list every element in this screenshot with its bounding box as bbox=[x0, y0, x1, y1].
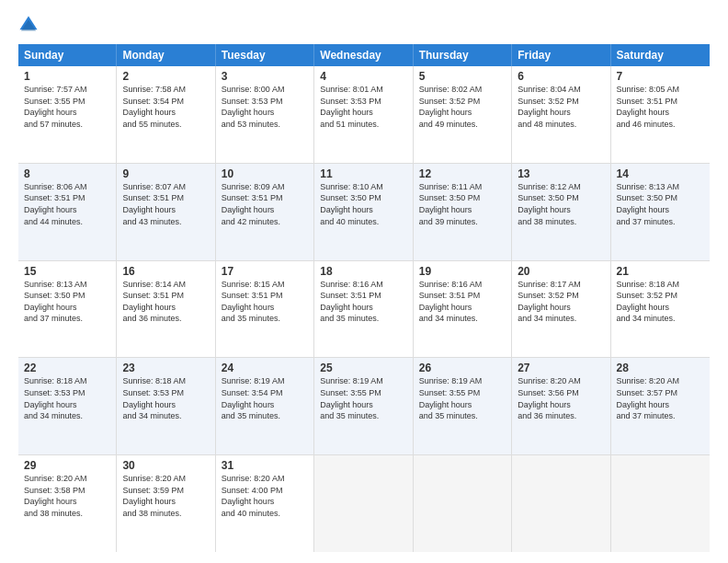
day-number: 28 bbox=[617, 362, 704, 374]
day-number: 13 bbox=[518, 167, 604, 180]
calendar-cell: 29 Sunrise: 8:20 AMSunset: 3:58 PMDaylig… bbox=[18, 455, 117, 552]
calendar-cell: 21 Sunrise: 8:18 AMSunset: 3:52 PMDaylig… bbox=[611, 261, 710, 358]
day-info: Sunrise: 8:14 AMSunset: 3:51 PMDaylight … bbox=[122, 280, 186, 324]
calendar-cell: 20 Sunrise: 8:17 AMSunset: 3:52 PMDaylig… bbox=[512, 261, 610, 358]
day-number: 9 bbox=[122, 167, 209, 180]
day-info: Sunrise: 8:16 AMSunset: 3:51 PMDaylight … bbox=[320, 280, 383, 324]
calendar-row: 15 Sunrise: 8:13 AMSunset: 3:50 PMDaylig… bbox=[18, 261, 710, 359]
calendar-row: 22 Sunrise: 8:18 AMSunset: 3:53 PMDaylig… bbox=[18, 358, 710, 455]
logo-icon bbox=[18, 15, 39, 35]
day-number: 6 bbox=[518, 70, 604, 83]
header-saturday: Saturday bbox=[611, 44, 710, 66]
day-info: Sunrise: 8:19 AMSunset: 3:55 PMDaylight … bbox=[320, 376, 383, 420]
day-info: Sunrise: 8:06 AMSunset: 3:51 PMDaylight … bbox=[24, 182, 87, 226]
calendar-cell bbox=[414, 455, 512, 552]
page: Sunday Monday Tuesday Wednesday Thursday… bbox=[0, 0, 728, 563]
day-number: 11 bbox=[320, 167, 406, 180]
calendar-cell: 19 Sunrise: 8:16 AMSunset: 3:51 PMDaylig… bbox=[414, 261, 512, 358]
day-info: Sunrise: 8:01 AMSunset: 3:53 PMDaylight … bbox=[320, 85, 383, 129]
day-number: 25 bbox=[320, 362, 406, 374]
calendar-cell: 18 Sunrise: 8:16 AMSunset: 3:51 PMDaylig… bbox=[314, 261, 413, 358]
day-info: Sunrise: 8:18 AMSunset: 3:53 PMDaylight … bbox=[122, 376, 186, 420]
day-info: Sunrise: 8:16 AMSunset: 3:51 PMDaylight … bbox=[419, 280, 483, 324]
day-number: 7 bbox=[617, 70, 704, 83]
day-info: Sunrise: 8:20 AMSunset: 3:57 PMDaylight … bbox=[617, 376, 680, 420]
day-info: Sunrise: 8:04 AMSunset: 3:52 PMDaylight … bbox=[518, 85, 581, 129]
calendar-row: 29 Sunrise: 8:20 AMSunset: 3:58 PMDaylig… bbox=[18, 455, 710, 552]
day-info: Sunrise: 8:12 AMSunset: 3:50 PMDaylight … bbox=[518, 182, 581, 226]
calendar: Sunday Monday Tuesday Wednesday Thursday… bbox=[18, 44, 710, 552]
day-info: Sunrise: 7:57 AMSunset: 3:55 PMDaylight … bbox=[24, 85, 87, 129]
day-number: 18 bbox=[320, 265, 406, 278]
header-tuesday: Tuesday bbox=[216, 44, 314, 66]
day-info: Sunrise: 8:20 AMSunset: 3:58 PMDaylight … bbox=[24, 474, 87, 518]
day-number: 2 bbox=[122, 70, 209, 83]
calendar-cell: 5 Sunrise: 8:02 AMSunset: 3:52 PMDayligh… bbox=[414, 66, 512, 163]
calendar-cell: 6 Sunrise: 8:04 AMSunset: 3:52 PMDayligh… bbox=[512, 66, 610, 163]
calendar-cell: 9 Sunrise: 8:07 AMSunset: 3:51 PMDayligh… bbox=[117, 164, 215, 260]
day-number: 23 bbox=[122, 362, 209, 374]
calendar-header: Sunday Monday Tuesday Wednesday Thursday… bbox=[18, 44, 710, 66]
calendar-cell: 13 Sunrise: 8:12 AMSunset: 3:50 PMDaylig… bbox=[512, 164, 610, 260]
calendar-cell bbox=[314, 455, 413, 552]
day-number: 26 bbox=[419, 362, 506, 374]
calendar-cell: 1 Sunrise: 7:57 AMSunset: 3:55 PMDayligh… bbox=[18, 66, 117, 163]
header-wednesday: Wednesday bbox=[314, 44, 413, 66]
calendar-cell: 31 Sunrise: 8:20 AMSunset: 4:00 PMDaylig… bbox=[216, 455, 314, 552]
day-info: Sunrise: 8:18 AMSunset: 3:52 PMDaylight … bbox=[617, 280, 680, 324]
day-info: Sunrise: 8:11 AMSunset: 3:50 PMDaylight … bbox=[419, 182, 483, 226]
day-number: 21 bbox=[617, 265, 704, 278]
day-info: Sunrise: 8:09 AMSunset: 3:51 PMDaylight … bbox=[222, 182, 285, 226]
calendar-cell: 2 Sunrise: 7:58 AMSunset: 3:54 PMDayligh… bbox=[117, 66, 215, 163]
day-number: 22 bbox=[24, 362, 110, 374]
day-info: Sunrise: 8:19 AMSunset: 3:55 PMDaylight … bbox=[419, 376, 483, 420]
day-number: 8 bbox=[24, 167, 110, 180]
day-info: Sunrise: 8:15 AMSunset: 3:51 PMDaylight … bbox=[222, 280, 285, 324]
calendar-cell: 15 Sunrise: 8:13 AMSunset: 3:50 PMDaylig… bbox=[18, 261, 117, 358]
day-info: Sunrise: 8:19 AMSunset: 3:54 PMDaylight … bbox=[222, 376, 285, 420]
header-friday: Friday bbox=[512, 44, 610, 66]
calendar-cell: 12 Sunrise: 8:11 AMSunset: 3:50 PMDaylig… bbox=[414, 164, 512, 260]
calendar-cell: 17 Sunrise: 8:15 AMSunset: 3:51 PMDaylig… bbox=[216, 261, 314, 358]
calendar-cell: 30 Sunrise: 8:20 AMSunset: 3:59 PMDaylig… bbox=[117, 455, 215, 552]
day-info: Sunrise: 8:02 AMSunset: 3:52 PMDaylight … bbox=[419, 85, 483, 129]
day-info: Sunrise: 8:00 AMSunset: 3:53 PMDaylight … bbox=[222, 85, 285, 129]
day-number: 16 bbox=[122, 265, 209, 278]
day-number: 29 bbox=[24, 459, 110, 472]
header-monday: Monday bbox=[117, 44, 215, 66]
calendar-cell: 16 Sunrise: 8:14 AMSunset: 3:51 PMDaylig… bbox=[117, 261, 215, 358]
day-number: 30 bbox=[122, 459, 209, 472]
calendar-body: 1 Sunrise: 7:57 AMSunset: 3:55 PMDayligh… bbox=[18, 66, 710, 552]
day-info: Sunrise: 7:58 AMSunset: 3:54 PMDaylight … bbox=[122, 85, 186, 129]
day-info: Sunrise: 8:10 AMSunset: 3:50 PMDaylight … bbox=[320, 182, 383, 226]
day-number: 24 bbox=[222, 362, 308, 374]
calendar-cell bbox=[512, 455, 610, 552]
day-number: 27 bbox=[518, 362, 604, 374]
calendar-row: 8 Sunrise: 8:06 AMSunset: 3:51 PMDayligh… bbox=[18, 164, 710, 261]
day-number: 20 bbox=[518, 265, 604, 278]
header-thursday: Thursday bbox=[414, 44, 512, 66]
calendar-cell: 28 Sunrise: 8:20 AMSunset: 3:57 PMDaylig… bbox=[611, 358, 710, 454]
day-info: Sunrise: 8:07 AMSunset: 3:51 PMDaylight … bbox=[122, 182, 186, 226]
calendar-cell: 14 Sunrise: 8:13 AMSunset: 3:50 PMDaylig… bbox=[611, 164, 710, 260]
calendar-row: 1 Sunrise: 7:57 AMSunset: 3:55 PMDayligh… bbox=[18, 66, 710, 164]
day-number: 19 bbox=[419, 265, 506, 278]
day-number: 17 bbox=[222, 265, 308, 278]
day-number: 31 bbox=[222, 459, 308, 472]
day-number: 5 bbox=[419, 70, 506, 83]
calendar-cell: 25 Sunrise: 8:19 AMSunset: 3:55 PMDaylig… bbox=[314, 358, 413, 454]
calendar-cell: 26 Sunrise: 8:19 AMSunset: 3:55 PMDaylig… bbox=[414, 358, 512, 454]
calendar-cell: 27 Sunrise: 8:20 AMSunset: 3:56 PMDaylig… bbox=[512, 358, 610, 454]
day-info: Sunrise: 8:05 AMSunset: 3:51 PMDaylight … bbox=[617, 85, 680, 129]
day-info: Sunrise: 8:13 AMSunset: 3:50 PMDaylight … bbox=[24, 280, 87, 324]
day-info: Sunrise: 8:20 AMSunset: 4:00 PMDaylight … bbox=[222, 474, 285, 518]
day-info: Sunrise: 8:18 AMSunset: 3:53 PMDaylight … bbox=[24, 376, 87, 420]
day-number: 1 bbox=[24, 70, 110, 83]
calendar-cell: 11 Sunrise: 8:10 AMSunset: 3:50 PMDaylig… bbox=[314, 164, 413, 260]
calendar-cell: 22 Sunrise: 8:18 AMSunset: 3:53 PMDaylig… bbox=[18, 358, 117, 454]
calendar-cell: 8 Sunrise: 8:06 AMSunset: 3:51 PMDayligh… bbox=[18, 164, 117, 260]
day-info: Sunrise: 8:13 AMSunset: 3:50 PMDaylight … bbox=[617, 182, 680, 226]
day-info: Sunrise: 8:17 AMSunset: 3:52 PMDaylight … bbox=[518, 280, 581, 324]
calendar-cell bbox=[611, 455, 710, 552]
day-number: 10 bbox=[222, 167, 308, 180]
